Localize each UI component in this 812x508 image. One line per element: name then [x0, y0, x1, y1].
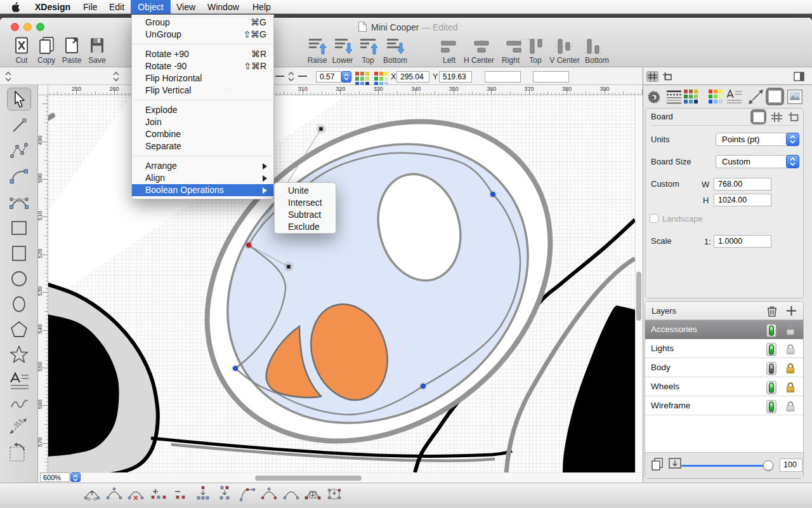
- svg-text:360: 360: [487, 86, 496, 92]
- svg-text:250: 250: [72, 86, 81, 92]
- svg-text:560: 560: [38, 399, 43, 409]
- svg-text:350: 350: [449, 86, 459, 92]
- svg-text:370: 370: [525, 86, 534, 92]
- svg-text:540: 540: [38, 324, 43, 333]
- svg-text:55.9: 55.9: [13, 418, 23, 427]
- svg-text:380: 380: [562, 86, 572, 92]
- svg-text:390: 390: [600, 86, 610, 92]
- svg-text:570: 570: [38, 438, 43, 447]
- svg-text:550: 550: [38, 362, 43, 371]
- svg-text:310: 310: [298, 86, 308, 92]
- svg-text:510: 510: [38, 211, 43, 220]
- svg-text:260: 260: [109, 86, 119, 92]
- svg-text:340: 340: [411, 86, 421, 92]
- svg-text:490: 490: [38, 135, 43, 145]
- svg-text:530: 530: [38, 286, 43, 296]
- svg-text:330: 330: [374, 86, 383, 92]
- svg-text:320: 320: [336, 86, 345, 92]
- svg-text:500: 500: [38, 173, 43, 183]
- svg-text:520: 520: [38, 249, 43, 258]
